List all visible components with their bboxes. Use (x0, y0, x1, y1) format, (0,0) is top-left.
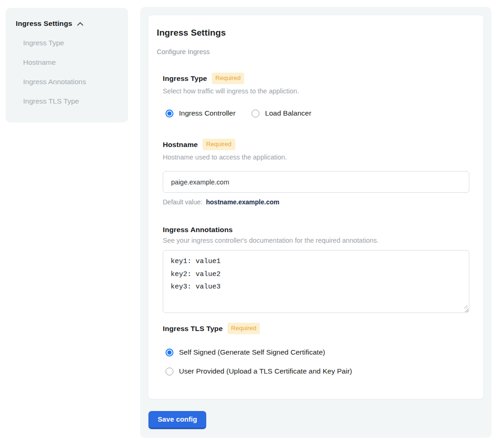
chevron-up-icon (76, 21, 84, 27)
settings-main-panel: Ingress Settings Configure Ingress Ingre… (140, 7, 492, 438)
settings-sidebar: Ingress Settings Ingress Type Hostname I… (6, 8, 128, 123)
radio-user-provided-label: User Provided (Upload a TLS Certificate … (179, 367, 352, 376)
sidebar-item-ingress-tls-type[interactable]: Ingress TLS Type (23, 97, 119, 105)
required-badge: Required (212, 73, 245, 84)
annotations-description: See your ingress controller's documentat… (163, 237, 469, 245)
form-sections: Ingress Type Required Select how traffic… (163, 73, 469, 376)
tls-option-self-signed-row: Self Signed (Generate Self Signed Certif… (166, 348, 469, 357)
sidebar-section-toggle[interactable]: Ingress Settings (16, 19, 119, 28)
default-value-text: hostname.example.com (206, 198, 280, 206)
hostname-input[interactable] (163, 171, 469, 193)
hostname-default-line: Default value: hostname.example.com (163, 198, 469, 206)
radio-option-self-signed[interactable]: Self Signed (Generate Self Signed Certif… (166, 348, 325, 357)
annotations-label-row: Ingress Annotations (163, 226, 469, 233)
required-badge: Required (227, 323, 260, 334)
page-subtitle: Configure Ingress (157, 48, 469, 56)
radio-load-balancer-label: Load Balancer (265, 109, 311, 118)
radio-self-signed-label: Self Signed (Generate Self Signed Certif… (179, 348, 325, 357)
radio-option-load-balancer[interactable]: Load Balancer (252, 109, 311, 118)
ingress-type-description: Select how traffic will ingress to the a… (163, 87, 469, 95)
radio-user-provided-icon[interactable] (166, 368, 173, 375)
page-title: Ingress Settings (157, 28, 469, 37)
tls-type-label-row: Ingress TLS Type Required (163, 323, 469, 334)
radio-ingress-controller-icon[interactable] (166, 110, 173, 117)
section-ingress-tls-type: Ingress TLS Type Required Self Signed (G… (163, 323, 469, 376)
section-ingress-type: Ingress Type Required Select how traffic… (163, 73, 469, 118)
sidebar-item-hostname[interactable]: Hostname (23, 58, 119, 67)
tls-option-user-provided-row: User Provided (Upload a TLS Certificate … (166, 367, 469, 376)
required-badge: Required (203, 139, 235, 150)
tls-type-label: Ingress TLS Type (163, 325, 223, 332)
ingress-type-label: Ingress Type (163, 74, 207, 82)
annotations-textarea-wrap: key1: value1 key2: value2 key3: value3 (163, 250, 469, 313)
hostname-description: Hostname used to access the application. (163, 153, 469, 161)
radio-option-user-provided[interactable]: User Provided (Upload a TLS Certificate … (166, 367, 352, 376)
ingress-type-label-row: Ingress Type Required (163, 73, 469, 84)
radio-option-ingress-controller[interactable]: Ingress Controller (166, 109, 235, 118)
annotations-textarea[interactable]: key1: value1 key2: value2 key3: value3 (163, 250, 469, 313)
hostname-label: Hostname (163, 141, 198, 148)
section-hostname: Hostname Required Hostname used to acces… (163, 139, 469, 206)
radio-load-balancer-icon[interactable] (252, 110, 259, 117)
sidebar-item-ingress-type[interactable]: Ingress Type (23, 39, 119, 47)
ingress-type-options: Ingress Controller Load Balancer (166, 109, 469, 118)
radio-self-signed-icon[interactable] (166, 349, 173, 356)
radio-ingress-controller-label: Ingress Controller (179, 109, 235, 118)
save-config-button[interactable]: Save config (148, 411, 206, 429)
hostname-label-row: Hostname Required (163, 139, 469, 150)
ingress-settings-card: Ingress Settings Configure Ingress Ingre… (148, 15, 483, 399)
sidebar-item-ingress-annotations[interactable]: Ingress Annotations (23, 78, 119, 86)
section-ingress-annotations: Ingress Annotations See your ingress con… (163, 226, 469, 313)
sidebar-section-title: Ingress Settings (16, 19, 72, 28)
annotations-label: Ingress Annotations (163, 226, 233, 233)
default-value-prefix: Default value: (163, 198, 203, 206)
